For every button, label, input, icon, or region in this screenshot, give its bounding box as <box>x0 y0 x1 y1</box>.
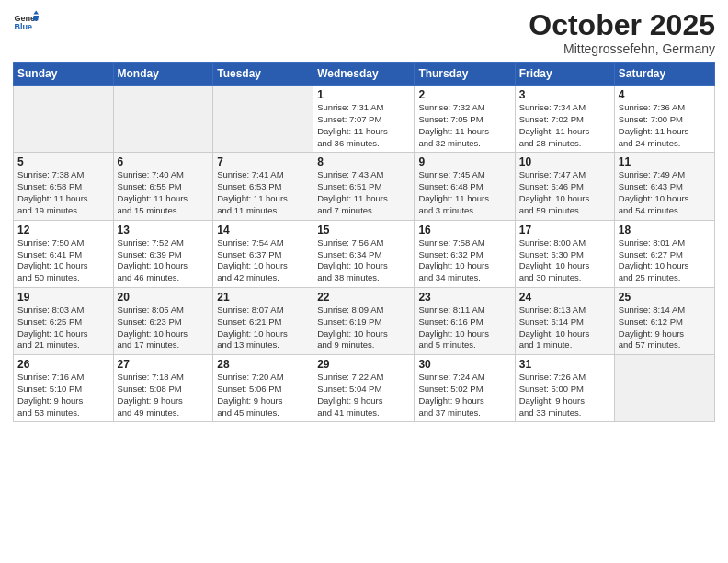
day-number: 24 <box>519 291 610 304</box>
day-info: Sunrise: 7:45 AM Sunset: 6:48 PM Dayligh… <box>418 169 510 216</box>
day-number: 20 <box>118 291 210 304</box>
day-cell: 16Sunrise: 7:58 AM Sunset: 6:32 PM Dayli… <box>415 220 515 287</box>
calendar-table: SundayMondayTuesdayWednesdayThursdayFrid… <box>13 62 715 422</box>
day-cell: 25Sunrise: 8:14 AM Sunset: 6:12 PM Dayli… <box>614 287 714 354</box>
day-number: 19 <box>17 291 109 304</box>
day-cell <box>14 86 114 153</box>
day-cell <box>113 86 213 153</box>
day-info: Sunrise: 7:50 AM Sunset: 6:41 PM Dayligh… <box>17 237 109 284</box>
day-info: Sunrise: 8:03 AM Sunset: 6:25 PM Dayligh… <box>17 304 109 351</box>
day-cell: 11Sunrise: 7:49 AM Sunset: 6:43 PM Dayli… <box>614 153 714 220</box>
day-info: Sunrise: 8:00 AM Sunset: 6:30 PM Dayligh… <box>519 237 610 284</box>
day-info: Sunrise: 8:05 AM Sunset: 6:23 PM Dayligh… <box>118 304 210 351</box>
day-cell: 2Sunrise: 7:32 AM Sunset: 7:05 PM Daylig… <box>415 86 515 153</box>
day-info: Sunrise: 8:11 AM Sunset: 6:16 PM Dayligh… <box>418 304 510 351</box>
day-number: 11 <box>619 155 711 168</box>
day-info: Sunrise: 7:56 AM Sunset: 6:34 PM Dayligh… <box>317 237 410 284</box>
day-number: 31 <box>519 358 610 371</box>
day-cell: 5Sunrise: 7:38 AM Sunset: 6:58 PM Daylig… <box>14 153 114 220</box>
day-number: 29 <box>317 358 410 371</box>
day-number: 16 <box>418 224 510 236</box>
weekday-header-wednesday: Wednesday <box>313 63 415 86</box>
day-info: Sunrise: 7:18 AM Sunset: 5:08 PM Dayligh… <box>118 372 210 419</box>
day-cell: 4Sunrise: 7:36 AM Sunset: 7:00 PM Daylig… <box>614 86 714 153</box>
week-row-2: 5Sunrise: 7:38 AM Sunset: 6:58 PM Daylig… <box>14 153 715 220</box>
day-number: 4 <box>619 88 711 101</box>
day-cell: 14Sunrise: 7:54 AM Sunset: 6:37 PM Dayli… <box>213 220 313 287</box>
day-number: 17 <box>519 224 610 236</box>
day-number: 15 <box>317 224 410 236</box>
day-number: 23 <box>418 291 510 304</box>
day-cell: 22Sunrise: 8:09 AM Sunset: 6:19 PM Dayli… <box>313 287 415 354</box>
day-number: 12 <box>17 224 109 236</box>
day-info: Sunrise: 7:38 AM Sunset: 6:58 PM Dayligh… <box>17 169 109 216</box>
day-info: Sunrise: 7:16 AM Sunset: 5:10 PM Dayligh… <box>17 372 109 419</box>
day-info: Sunrise: 7:22 AM Sunset: 5:04 PM Dayligh… <box>317 372 410 419</box>
day-cell: 19Sunrise: 8:03 AM Sunset: 6:25 PM Dayli… <box>14 287 114 354</box>
day-cell: 15Sunrise: 7:56 AM Sunset: 6:34 PM Dayli… <box>313 220 415 287</box>
day-info: Sunrise: 8:07 AM Sunset: 6:21 PM Dayligh… <box>217 304 309 351</box>
day-info: Sunrise: 7:41 AM Sunset: 6:53 PM Dayligh… <box>217 169 309 216</box>
day-cell: 21Sunrise: 8:07 AM Sunset: 6:21 PM Dayli… <box>213 287 313 354</box>
day-cell: 28Sunrise: 7:20 AM Sunset: 5:06 PM Dayli… <box>213 355 313 422</box>
day-cell: 18Sunrise: 8:01 AM Sunset: 6:27 PM Dayli… <box>614 220 714 287</box>
weekday-header-sunday: Sunday <box>14 63 114 86</box>
day-cell <box>614 355 714 422</box>
day-info: Sunrise: 7:20 AM Sunset: 5:06 PM Dayligh… <box>217 372 309 419</box>
week-row-5: 26Sunrise: 7:16 AM Sunset: 5:10 PM Dayli… <box>14 355 715 422</box>
day-number: 26 <box>17 358 109 371</box>
day-info: Sunrise: 7:40 AM Sunset: 6:55 PM Dayligh… <box>118 169 210 216</box>
weekday-header-monday: Monday <box>113 63 213 86</box>
weekday-header-tuesday: Tuesday <box>213 63 313 86</box>
day-number: 28 <box>217 358 309 371</box>
day-cell: 27Sunrise: 7:18 AM Sunset: 5:08 PM Dayli… <box>113 355 213 422</box>
day-number: 3 <box>519 88 610 101</box>
svg-marker-3 <box>33 16 39 21</box>
weekday-header-friday: Friday <box>515 63 614 86</box>
day-info: Sunrise: 7:31 AM Sunset: 7:07 PM Dayligh… <box>317 102 410 149</box>
day-info: Sunrise: 7:43 AM Sunset: 6:51 PM Dayligh… <box>317 169 410 216</box>
weekday-header-saturday: Saturday <box>614 63 714 86</box>
week-row-3: 12Sunrise: 7:50 AM Sunset: 6:41 PM Dayli… <box>14 220 715 287</box>
day-cell: 3Sunrise: 7:34 AM Sunset: 7:02 PM Daylig… <box>515 86 614 153</box>
day-info: Sunrise: 7:49 AM Sunset: 6:43 PM Dayligh… <box>619 169 711 216</box>
weekday-header-thursday: Thursday <box>415 63 515 86</box>
day-number: 14 <box>217 224 309 236</box>
day-number: 9 <box>418 155 510 168</box>
day-number: 2 <box>418 88 510 101</box>
day-cell: 7Sunrise: 7:41 AM Sunset: 6:53 PM Daylig… <box>213 153 313 220</box>
day-info: Sunrise: 7:58 AM Sunset: 6:32 PM Dayligh… <box>418 237 510 284</box>
page-container: General Blue October 2025 Mittegrossefeh… <box>0 0 728 428</box>
day-number: 10 <box>519 155 610 168</box>
svg-text:Blue: Blue <box>14 22 32 31</box>
day-number: 7 <box>217 155 309 168</box>
day-cell: 8Sunrise: 7:43 AM Sunset: 6:51 PM Daylig… <box>313 153 415 220</box>
day-cell: 13Sunrise: 7:52 AM Sunset: 6:39 PM Dayli… <box>113 220 213 287</box>
week-row-1: 1Sunrise: 7:31 AM Sunset: 7:07 PM Daylig… <box>14 86 715 153</box>
day-cell: 26Sunrise: 7:16 AM Sunset: 5:10 PM Dayli… <box>14 355 114 422</box>
day-info: Sunrise: 7:47 AM Sunset: 6:46 PM Dayligh… <box>519 169 610 216</box>
day-cell: 30Sunrise: 7:24 AM Sunset: 5:02 PM Dayli… <box>415 355 515 422</box>
day-number: 30 <box>418 358 510 371</box>
month-title: October 2025 <box>529 9 715 41</box>
day-number: 8 <box>317 155 410 168</box>
week-row-4: 19Sunrise: 8:03 AM Sunset: 6:25 PM Dayli… <box>14 287 715 354</box>
day-cell: 31Sunrise: 7:26 AM Sunset: 5:00 PM Dayli… <box>515 355 614 422</box>
day-info: Sunrise: 7:24 AM Sunset: 5:02 PM Dayligh… <box>418 372 510 419</box>
day-info: Sunrise: 7:54 AM Sunset: 6:37 PM Dayligh… <box>217 237 309 284</box>
day-info: Sunrise: 7:34 AM Sunset: 7:02 PM Dayligh… <box>519 102 610 149</box>
day-number: 25 <box>619 291 711 304</box>
day-info: Sunrise: 7:36 AM Sunset: 7:00 PM Dayligh… <box>619 102 711 149</box>
day-number: 13 <box>118 224 210 236</box>
day-cell: 24Sunrise: 8:13 AM Sunset: 6:14 PM Dayli… <box>515 287 614 354</box>
day-number: 5 <box>17 155 109 168</box>
day-cell <box>213 86 313 153</box>
day-cell: 29Sunrise: 7:22 AM Sunset: 5:04 PM Dayli… <box>313 355 415 422</box>
day-number: 6 <box>118 155 210 168</box>
logo: General Blue <box>13 9 39 35</box>
header-row: General Blue October 2025 Mittegrossefeh… <box>13 9 715 56</box>
day-cell: 23Sunrise: 8:11 AM Sunset: 6:16 PM Dayli… <box>415 287 515 354</box>
day-info: Sunrise: 8:14 AM Sunset: 6:12 PM Dayligh… <box>619 304 711 351</box>
day-cell: 10Sunrise: 7:47 AM Sunset: 6:46 PM Dayli… <box>515 153 614 220</box>
day-info: Sunrise: 8:01 AM Sunset: 6:27 PM Dayligh… <box>619 237 711 284</box>
